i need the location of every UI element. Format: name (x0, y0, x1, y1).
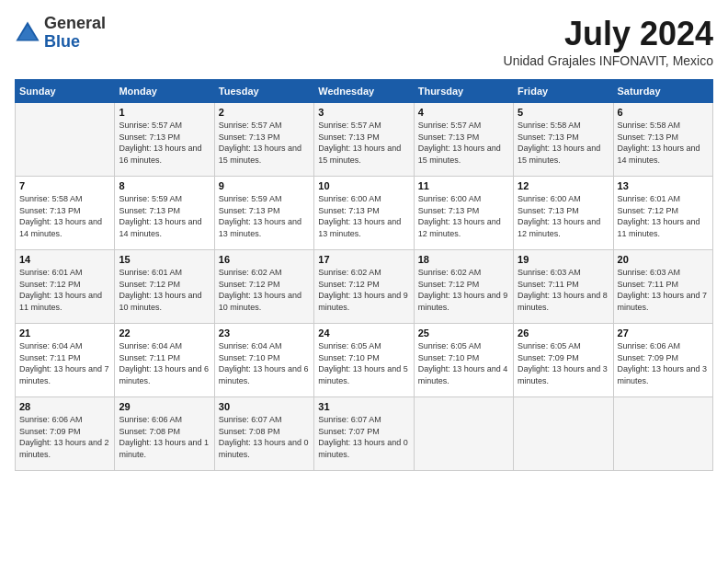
calendar-cell: 4Sunrise: 5:57 AMSunset: 7:13 PMDaylight… (414, 103, 513, 177)
day-number: 18 (418, 254, 509, 265)
calendar-cell: 27Sunrise: 6:06 AMSunset: 7:09 PMDayligh… (613, 324, 712, 397)
day-number: 23 (219, 327, 310, 339)
day-info: Sunrise: 6:05 AMSunset: 7:09 PMDaylight:… (518, 340, 609, 386)
calendar-cell (514, 397, 613, 471)
day-number: 19 (518, 254, 609, 265)
day-number: 31 (318, 401, 409, 412)
day-number: 29 (119, 401, 210, 412)
location-title: Unidad Grajales INFONAVIT, Mexico (504, 53, 713, 68)
calendar-cell: 15Sunrise: 6:01 AMSunset: 7:12 PMDayligh… (115, 250, 214, 324)
day-info: Sunrise: 5:59 AMSunset: 7:13 PMDaylight:… (119, 193, 210, 239)
title-area: July 2024 Unidad Grajales INFONAVIT, Mex… (504, 15, 713, 68)
calendar-cell: 11Sunrise: 6:00 AMSunset: 7:13 PMDayligh… (414, 177, 513, 250)
logo-icon (15, 20, 40, 46)
day-number: 11 (418, 180, 509, 191)
header-day-thursday: Thursday (414, 80, 513, 103)
week-row-1: 1Sunrise: 5:57 AMSunset: 7:13 PMDaylight… (16, 103, 713, 177)
calendar-cell: 10Sunrise: 6:00 AMSunset: 7:13 PMDayligh… (314, 177, 414, 250)
header-day-tuesday: Tuesday (214, 80, 313, 103)
day-info: Sunrise: 6:01 AMSunset: 7:12 PMDaylight:… (119, 267, 210, 313)
calendar-cell: 21Sunrise: 6:04 AMSunset: 7:11 PMDayligh… (16, 324, 115, 397)
day-number: 21 (19, 327, 110, 339)
day-number: 25 (418, 327, 509, 339)
calendar-cell (613, 397, 712, 471)
header-row: SundayMondayTuesdayWednesdayThursdayFrid… (16, 80, 713, 103)
day-number: 27 (618, 327, 709, 339)
calendar-cell: 17Sunrise: 6:02 AMSunset: 7:12 PMDayligh… (314, 250, 414, 324)
week-row-5: 28Sunrise: 6:06 AMSunset: 7:09 PMDayligh… (16, 397, 713, 471)
day-info: Sunrise: 6:04 AMSunset: 7:11 PMDaylight:… (19, 340, 110, 386)
header-day-friday: Friday (514, 80, 613, 103)
day-number: 20 (618, 254, 709, 265)
day-info: Sunrise: 6:05 AMSunset: 7:10 PMDaylight:… (418, 340, 509, 386)
calendar-cell: 18Sunrise: 6:02 AMSunset: 7:12 PMDayligh… (414, 250, 513, 324)
week-row-2: 7Sunrise: 5:58 AMSunset: 7:13 PMDaylight… (16, 177, 713, 250)
day-number: 2 (219, 107, 310, 118)
calendar-cell: 8Sunrise: 5:59 AMSunset: 7:13 PMDaylight… (115, 177, 214, 250)
month-title: July 2024 (504, 15, 713, 53)
day-number: 9 (219, 180, 310, 191)
day-info: Sunrise: 5:58 AMSunset: 7:13 PMDaylight:… (518, 120, 609, 166)
calendar-cell: 23Sunrise: 6:04 AMSunset: 7:10 PMDayligh… (214, 324, 313, 397)
logo: General Blue (15, 15, 106, 52)
day-info: Sunrise: 5:58 AMSunset: 7:13 PMDaylight:… (19, 193, 110, 239)
day-number: 12 (518, 180, 609, 191)
header-day-wednesday: Wednesday (314, 80, 414, 103)
day-info: Sunrise: 6:06 AMSunset: 7:09 PMDaylight:… (19, 414, 110, 460)
calendar-cell: 29Sunrise: 6:06 AMSunset: 7:08 PMDayligh… (115, 397, 214, 471)
day-info: Sunrise: 6:01 AMSunset: 7:12 PMDaylight:… (19, 267, 110, 313)
day-info: Sunrise: 6:06 AMSunset: 7:08 PMDaylight:… (119, 414, 210, 460)
day-info: Sunrise: 6:00 AMSunset: 7:13 PMDaylight:… (418, 193, 509, 239)
day-number: 3 (318, 107, 409, 118)
day-info: Sunrise: 6:02 AMSunset: 7:12 PMDaylight:… (219, 267, 310, 313)
calendar-cell: 2Sunrise: 5:57 AMSunset: 7:13 PMDaylight… (214, 103, 313, 177)
calendar-cell: 5Sunrise: 5:58 AMSunset: 7:13 PMDaylight… (514, 103, 613, 177)
calendar-cell (16, 103, 115, 177)
day-info: Sunrise: 6:06 AMSunset: 7:09 PMDaylight:… (618, 340, 709, 386)
header-day-monday: Monday (115, 80, 214, 103)
day-info: Sunrise: 5:57 AMSunset: 7:13 PMDaylight:… (318, 120, 409, 166)
day-info: Sunrise: 6:00 AMSunset: 7:13 PMDaylight:… (518, 193, 609, 239)
day-number: 13 (618, 180, 709, 191)
calendar-cell: 3Sunrise: 5:57 AMSunset: 7:13 PMDaylight… (314, 103, 414, 177)
day-info: Sunrise: 5:57 AMSunset: 7:13 PMDaylight:… (418, 120, 509, 166)
day-number: 1 (119, 107, 210, 118)
calendar-cell: 24Sunrise: 6:05 AMSunset: 7:10 PMDayligh… (314, 324, 414, 397)
day-info: Sunrise: 5:58 AMSunset: 7:13 PMDaylight:… (618, 120, 709, 166)
day-number: 28 (19, 401, 110, 412)
calendar-cell: 20Sunrise: 6:03 AMSunset: 7:11 PMDayligh… (613, 250, 712, 324)
calendar-header: SundayMondayTuesdayWednesdayThursdayFrid… (16, 80, 713, 103)
day-number: 10 (318, 180, 409, 191)
day-info: Sunrise: 5:57 AMSunset: 7:13 PMDaylight:… (219, 120, 310, 166)
day-number: 8 (119, 180, 210, 191)
calendar-cell: 28Sunrise: 6:06 AMSunset: 7:09 PMDayligh… (16, 397, 115, 471)
day-info: Sunrise: 6:04 AMSunset: 7:11 PMDaylight:… (119, 340, 210, 386)
calendar-cell: 22Sunrise: 6:04 AMSunset: 7:11 PMDayligh… (115, 324, 214, 397)
day-number: 14 (19, 254, 110, 265)
day-info: Sunrise: 6:04 AMSunset: 7:10 PMDaylight:… (219, 340, 310, 386)
calendar-cell: 16Sunrise: 6:02 AMSunset: 7:12 PMDayligh… (214, 250, 313, 324)
day-number: 30 (219, 401, 310, 412)
calendar-cell: 31Sunrise: 6:07 AMSunset: 7:07 PMDayligh… (314, 397, 414, 471)
calendar-cell: 9Sunrise: 5:59 AMSunset: 7:13 PMDaylight… (214, 177, 313, 250)
day-number: 15 (119, 254, 210, 265)
calendar-cell: 25Sunrise: 6:05 AMSunset: 7:10 PMDayligh… (414, 324, 513, 397)
week-row-3: 14Sunrise: 6:01 AMSunset: 7:12 PMDayligh… (16, 250, 713, 324)
day-info: Sunrise: 5:59 AMSunset: 7:13 PMDaylight:… (219, 193, 310, 239)
day-info: Sunrise: 6:07 AMSunset: 7:07 PMDaylight:… (318, 414, 409, 460)
week-row-4: 21Sunrise: 6:04 AMSunset: 7:11 PMDayligh… (16, 324, 713, 397)
calendar-body: 1Sunrise: 5:57 AMSunset: 7:13 PMDaylight… (16, 103, 713, 471)
day-info: Sunrise: 6:03 AMSunset: 7:11 PMDaylight:… (618, 267, 709, 313)
day-info: Sunrise: 6:05 AMSunset: 7:10 PMDaylight:… (318, 340, 409, 386)
day-info: Sunrise: 5:57 AMSunset: 7:13 PMDaylight:… (119, 120, 210, 166)
day-info: Sunrise: 6:02 AMSunset: 7:12 PMDaylight:… (318, 267, 409, 313)
calendar-cell: 30Sunrise: 6:07 AMSunset: 7:08 PMDayligh… (214, 397, 313, 471)
day-info: Sunrise: 6:01 AMSunset: 7:12 PMDaylight:… (618, 193, 709, 239)
logo-general-text: General (44, 15, 106, 33)
calendar-table: SundayMondayTuesdayWednesdayThursdayFrid… (15, 79, 713, 471)
day-info: Sunrise: 6:03 AMSunset: 7:11 PMDaylight:… (518, 267, 609, 313)
day-number: 22 (119, 327, 210, 339)
day-info: Sunrise: 6:07 AMSunset: 7:08 PMDaylight:… (219, 414, 310, 460)
day-number: 7 (19, 180, 110, 191)
calendar-cell (414, 397, 513, 471)
